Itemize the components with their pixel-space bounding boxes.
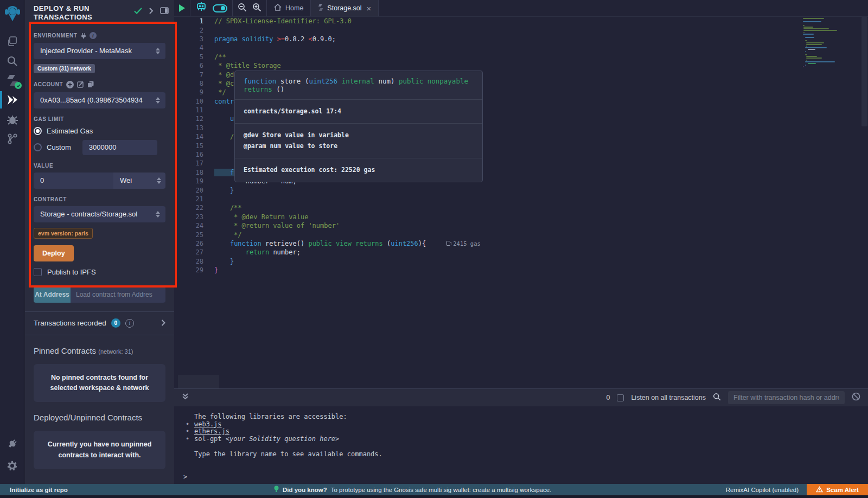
code-line[interactable]: 27 return number; — [174, 248, 868, 257]
chevron-updown-icon — [156, 97, 160, 104]
panel-title: DEPLOY & RUN TRANSACTIONS — [34, 4, 115, 22]
terminal-library-link[interactable]: web3.js — [194, 421, 222, 429]
chevron-right-icon[interactable] — [161, 318, 165, 328]
at-address-input[interactable] — [71, 286, 165, 303]
scam-alert-button[interactable]: Scam Alert — [807, 484, 868, 495]
zoom-out-icon[interactable] — [238, 3, 247, 14]
pinned-contracts-heading: Pinned Contracts (network: 31) — [25, 335, 174, 355]
warning-triangle-icon — [816, 486, 823, 494]
publish-ipfs-checkbox[interactable] — [34, 268, 42, 276]
panel-collapse-icon[interactable] — [149, 7, 154, 16]
line-number: 12 — [174, 115, 203, 123]
copilot-toggle[interactable] — [213, 4, 227, 12]
deploy-button[interactable]: Deploy — [34, 245, 74, 261]
at-address-button[interactable]: At Address — [34, 286, 71, 303]
environment-select[interactable]: Injected Provider - MetaMask — [34, 43, 165, 59]
code-line[interactable]: 3pragma solidity >=0.8.2 <0.9.0; — [174, 35, 868, 43]
line-number: 13 — [174, 124, 203, 132]
plugin-manager-icon[interactable] — [0, 434, 24, 454]
search-icon[interactable] — [0, 51, 24, 71]
close-tab-icon[interactable]: × — [367, 4, 372, 13]
code-line[interactable]: 1// SPDX-License-Identifier: GPL-3.0 — [174, 17, 868, 25]
code-line[interactable]: 5/** — [174, 53, 868, 61]
code-line[interactable]: 26 function retrieve() public view retur… — [174, 239, 868, 248]
chevron-updown-icon — [156, 48, 160, 54]
terminal-prompt[interactable]: > — [183, 474, 868, 481]
tab-home[interactable]: Home — [267, 0, 311, 16]
pin-panel-icon[interactable] — [160, 7, 169, 16]
environment-info-icon[interactable]: i — [90, 32, 97, 39]
code-line[interactable]: 21 — [174, 195, 868, 203]
hover-tooltip: function store (uint256 internal num) pu… — [234, 71, 483, 182]
contract-label: CONTRACT — [34, 196, 165, 202]
editor-bottom-decoration — [178, 375, 219, 388]
run-script-icon[interactable] — [179, 4, 185, 12]
account-select[interactable]: 0xA03...85ac4 (0.398673504934 — [34, 92, 165, 108]
debugger-icon[interactable] — [0, 110, 24, 129]
settings-gear-icon[interactable] — [0, 456, 24, 475]
lightbulb-icon — [274, 486, 279, 494]
gas-limit-label: GAS LIMIT — [34, 116, 165, 122]
terminal-line — [183, 443, 868, 451]
copy-address-icon[interactable] — [87, 81, 94, 88]
code-line[interactable]: 22 /** — [174, 203, 868, 212]
line-number: 26 — [174, 240, 203, 247]
code-line[interactable]: 24 * @return value of 'number' — [174, 221, 868, 230]
code-line[interactable]: 2 — [174, 25, 868, 34]
line-number: 17 — [174, 159, 203, 167]
ai-copilot-robot-icon[interactable] — [195, 2, 207, 15]
value-unit-select[interactable]: Wei — [113, 173, 165, 189]
remix-logo-icon[interactable] — [0, 3, 24, 24]
collapse-terminal-icon[interactable] — [182, 393, 189, 403]
listen-all-transactions-label: Listen on all transactions — [631, 394, 706, 401]
custom-gas-radio[interactable] — [34, 143, 42, 151]
terminal-line: Type the library name to see available c… — [183, 451, 868, 458]
transaction-filter-input[interactable] — [728, 391, 845, 404]
code-line[interactable]: 4 — [174, 43, 868, 52]
estimated-gas-label: Estimated Gas — [47, 127, 93, 135]
transactions-recorded-label: Transactions recorded — [34, 319, 106, 327]
hover-docs: @dev Store value in variable@param num v… — [235, 124, 482, 158]
minimap[interactable] — [803, 18, 860, 68]
code-line[interactable]: 6 * @title Storage — [174, 61, 868, 70]
line-number: 1 — [174, 17, 203, 25]
editor-toolbar: Home Storage.sol × — [174, 0, 868, 17]
line-number: 15 — [174, 142, 203, 150]
git-init-status[interactable]: Initialize as git repo — [0, 487, 68, 493]
line-number: 27 — [174, 248, 203, 256]
listen-all-transactions-checkbox[interactable] — [617, 394, 624, 401]
network-badge: Custom (31) network — [34, 64, 95, 73]
git-icon[interactable] — [0, 129, 24, 149]
custom-gas-input[interactable] — [82, 140, 157, 155]
contract-select[interactable]: Storage - contracts/Storage.sol — [34, 206, 165, 222]
code-line[interactable]: 29} — [174, 266, 868, 274]
value-input[interactable] — [34, 173, 113, 189]
line-number: 10 — [174, 98, 203, 105]
terminal-output: The following libraries are accessible:•… — [174, 406, 868, 481]
file-explorer-icon[interactable] — [0, 31, 24, 51]
terminal-library-link[interactable]: ethers.js — [194, 428, 229, 436]
unpinned-contracts-heading: Deployed/Unpinned Contracts — [25, 402, 174, 422]
solidity-compiler-icon[interactable] — [0, 71, 24, 90]
code-line[interactable]: 28 } — [174, 257, 868, 266]
zoom-in-icon[interactable] — [252, 3, 261, 14]
code-line[interactable]: 23 * @dev Return value — [174, 213, 868, 221]
estimated-gas-radio[interactable] — [34, 127, 42, 135]
tab-storage-sol[interactable]: Storage.sol × — [311, 0, 379, 16]
terminal-line: The following libraries are accessible: — [183, 413, 868, 421]
hover-location: contracts/Storage.sol 17:4 — [235, 100, 482, 124]
code-line[interactable]: 25 */ — [174, 230, 868, 239]
compile-success-badge — [15, 82, 22, 89]
add-account-icon[interactable] — [66, 81, 74, 88]
did-you-know-tip: Did you know? To prototype using the Gno… — [274, 486, 551, 494]
code-line[interactable]: 20 } — [174, 186, 868, 194]
transactions-info-icon[interactable]: i — [125, 319, 134, 328]
deploy-run-icon[interactable] — [0, 90, 24, 110]
line-number: 22 — [174, 204, 203, 212]
gas-pump-icon — [446, 241, 450, 246]
copilot-status[interactable]: RemixAI Copilot (enabled) — [726, 487, 799, 493]
editor-scrollbar[interactable] — [861, 17, 867, 126]
sign-message-icon[interactable] — [77, 81, 84, 88]
clear-console-icon[interactable] — [852, 392, 860, 403]
transaction-listen-count: 0 — [606, 394, 610, 401]
